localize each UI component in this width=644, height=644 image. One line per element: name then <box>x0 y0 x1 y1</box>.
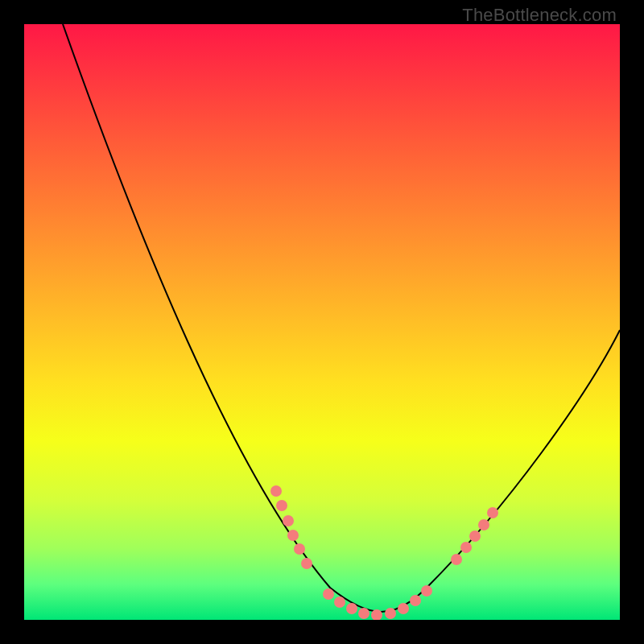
dot-group <box>270 485 498 620</box>
outer-frame: TheBottleneck.com <box>0 0 644 644</box>
highlight-dot <box>287 530 299 541</box>
highlight-dot <box>451 554 462 565</box>
highlight-dot <box>346 603 357 614</box>
highlight-dot <box>421 585 432 597</box>
highlight-dot <box>398 603 409 614</box>
highlight-dot <box>301 558 312 569</box>
highlight-dot <box>334 597 345 608</box>
highlight-dot <box>294 543 305 555</box>
curve-svg <box>24 24 620 620</box>
bottleneck-curve <box>63 24 620 612</box>
highlight-dot <box>283 515 294 526</box>
highlight-dot <box>478 519 489 530</box>
highlight-dot <box>358 608 369 619</box>
highlight-dot <box>487 507 498 518</box>
watermark-text: TheBottleneck.com <box>462 5 617 26</box>
highlight-dot <box>469 530 481 542</box>
highlight-dot <box>460 542 472 553</box>
highlight-dot <box>270 485 282 497</box>
highlight-dot <box>323 588 334 600</box>
highlight-dot <box>410 595 421 606</box>
highlight-dot <box>385 608 396 619</box>
plot-area <box>24 24 620 620</box>
highlight-dot <box>276 500 287 511</box>
